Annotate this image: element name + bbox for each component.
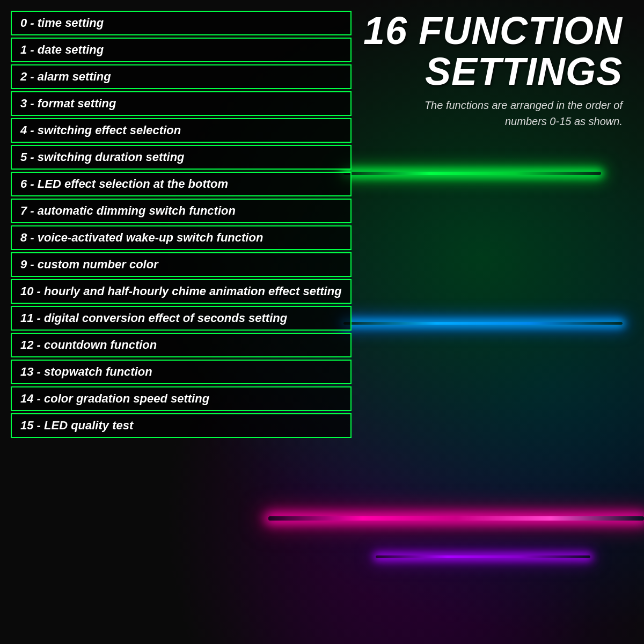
func-6: 6 - LED effect selection at the bottom (11, 172, 352, 196)
func-15: 15 - LED quality test (11, 413, 352, 438)
functions-list: 0 - time setting1 - date setting2 - alar… (11, 11, 352, 438)
led-bar-purple (376, 555, 590, 558)
func-3: 3 - format setting (11, 91, 352, 116)
func-10: 10 - hourly and half-hourly chime animat… (11, 279, 352, 304)
subtitle: The functions are arranged in the order … (397, 97, 623, 129)
func-1: 1 - date setting (11, 38, 352, 62)
func-0: 0 - time setting (11, 11, 352, 35)
func-14: 14 - color gradation speed setting (11, 386, 352, 411)
func-12: 12 - countdown function (11, 333, 352, 357)
led-bar-pink (268, 516, 644, 521)
func-8: 8 - voice-activated wake-up switch funct… (11, 225, 352, 250)
func-13: 13 - stopwatch function (11, 360, 352, 384)
led-bar-blue (343, 322, 623, 325)
main-title: 16 FUNCTION SETTINGS (363, 11, 623, 92)
title-area: 16 FUNCTION SETTINGS The functions are a… (363, 11, 623, 129)
func-2: 2 - alarm setting (11, 64, 352, 89)
func-7: 7 - automatic dimming switch function (11, 199, 352, 223)
func-9: 9 - custom number color (11, 252, 352, 277)
func-4: 4 - switching effect selection (11, 118, 352, 143)
led-bar-green (343, 172, 601, 175)
func-5: 5 - switching duration setting (11, 145, 352, 170)
func-11: 11 - digital conversion effect of second… (11, 306, 352, 331)
